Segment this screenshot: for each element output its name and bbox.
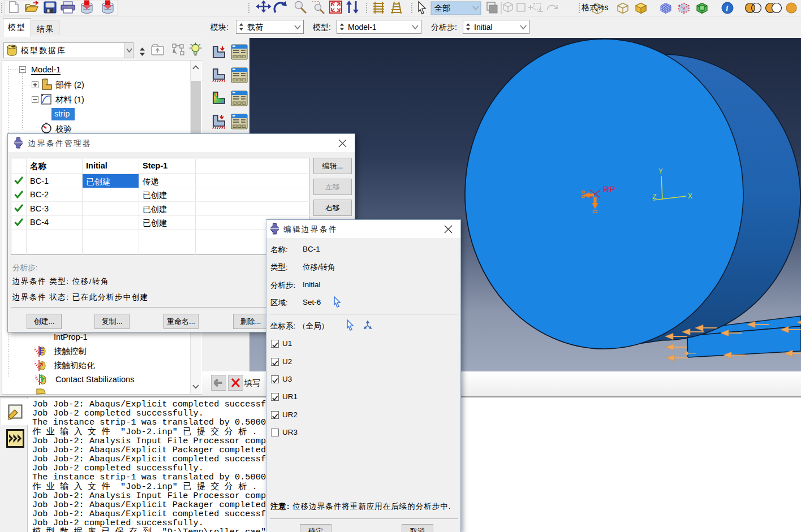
svg-text:Y: Y (658, 167, 663, 176)
svg-text:RP: RP (603, 184, 615, 194)
svg-text:Z: Z (652, 193, 657, 201)
svg-text:X: X (688, 192, 692, 201)
svg-text:格式%s: 格式%s (582, 3, 608, 12)
svg-text:全部: 全部 (434, 3, 450, 12)
